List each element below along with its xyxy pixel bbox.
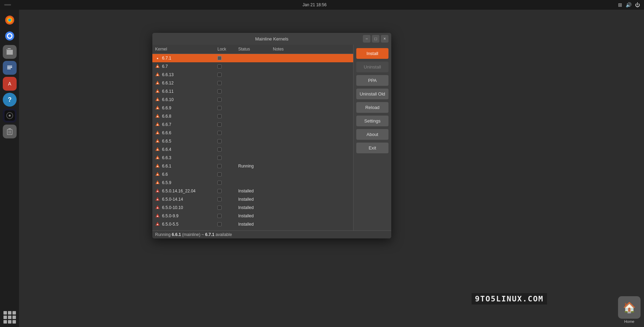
svg-point-35 <box>157 116 158 117</box>
home-icon[interactable]: 🏠 <box>618 296 641 319</box>
kernel-version-20: 6.5.0-5.5 <box>162 222 178 227</box>
sidebar-item-firefox[interactable] <box>3 13 17 27</box>
lock-checkbox-10[interactable] <box>217 139 222 143</box>
table-row[interactable]: 6.6.10 <box>152 96 353 104</box>
lock-checkbox-15[interactable] <box>217 181 222 185</box>
table-row[interactable]: 6.6.6 <box>152 129 353 137</box>
table-row[interactable]: 6.6.1 Running <box>152 162 353 170</box>
ppa-button[interactable]: PPA <box>356 75 388 86</box>
table-row[interactable]: 6.5.0-5.5 Installed <box>152 220 353 228</box>
table-row[interactable]: 6.6.9 <box>152 104 353 112</box>
lock-checkbox-12[interactable] <box>217 156 222 160</box>
sidebar-apps-grid[interactable] <box>3 311 16 324</box>
cell-lock-18[interactable] <box>215 206 235 210</box>
lock-checkbox-19[interactable] <box>217 214 222 218</box>
table-row[interactable]: 6.5.0-14.14 Installed <box>152 195 353 203</box>
kernel-icon-13 <box>155 163 160 169</box>
cell-kernel-4: 6.6.11 <box>152 89 215 94</box>
cell-lock-15[interactable] <box>215 181 235 185</box>
lock-checkbox-11[interactable] <box>217 147 222 152</box>
window-title: Mainline Kernels <box>255 36 288 42</box>
lock-checkbox-16[interactable] <box>217 189 222 193</box>
window-minimize-button[interactable]: − <box>363 35 370 43</box>
exit-button[interactable]: Exit <box>356 143 388 153</box>
cell-lock-4[interactable] <box>215 89 235 93</box>
power-icon[interactable]: ⏻ <box>635 2 640 8</box>
table-row[interactable]: 6.7.1 <box>152 54 353 62</box>
sidebar-item-writer[interactable] <box>3 61 17 75</box>
cell-lock-8[interactable] <box>215 122 235 127</box>
cell-lock-20[interactable] <box>215 222 235 226</box>
lock-checkbox-20[interactable] <box>217 222 222 226</box>
cell-lock-16[interactable] <box>215 189 235 193</box>
kernel-version-17: 6.5.0-14.14 <box>162 197 183 202</box>
window-maximize-button[interactable]: □ <box>372 35 379 43</box>
lock-checkbox-3[interactable] <box>217 81 222 85</box>
window-close-button[interactable]: × <box>381 35 388 43</box>
cell-lock-7[interactable] <box>215 114 235 118</box>
about-button[interactable]: About <box>356 129 388 140</box>
table-row[interactable]: 6.6.5 <box>152 137 353 145</box>
sidebar-item-chromium[interactable] <box>3 29 17 43</box>
cell-kernel-16: 6.5.0.14.16_22.04 <box>152 188 215 194</box>
uninstall-button[interactable]: Uninstall <box>356 62 388 72</box>
lock-checkbox-6[interactable] <box>217 106 222 110</box>
sidebar-item-appstore[interactable]: A <box>3 77 17 91</box>
lock-checkbox-14[interactable] <box>217 172 222 176</box>
reload-button[interactable]: Reload <box>356 102 388 113</box>
uninstall-old-button[interactable]: Uninstall Old <box>356 89 388 99</box>
cell-lock-11[interactable] <box>215 147 235 152</box>
table-row[interactable]: 6.5.0-9.9 Installed <box>152 212 353 220</box>
cell-lock-14[interactable] <box>215 172 235 176</box>
lock-checkbox-4[interactable] <box>217 89 222 93</box>
sidebar-item-files[interactable] <box>3 45 17 59</box>
table-row[interactable]: 6.6.11 <box>152 87 353 96</box>
lock-checkbox-17[interactable] <box>217 197 222 201</box>
lock-checkbox-18[interactable] <box>217 206 222 210</box>
network-icon[interactable]: ⊞ <box>618 2 622 8</box>
sidebar-item-blackmagic[interactable] <box>3 109 17 122</box>
cell-lock-13[interactable] <box>215 164 235 168</box>
cell-lock-10[interactable] <box>215 139 235 143</box>
cell-lock-17[interactable] <box>215 197 235 201</box>
table-row[interactable]: 6.5 <box>152 228 353 230</box>
lock-checkbox-1[interactable] <box>217 64 222 69</box>
cell-lock-12[interactable] <box>215 156 235 160</box>
table-row[interactable]: 6.7 <box>152 62 353 71</box>
lock-checkbox-7[interactable] <box>217 114 222 118</box>
table-row[interactable]: 6.6.4 <box>152 145 353 154</box>
lock-checkbox-2[interactable] <box>217 73 222 77</box>
cell-lock-0[interactable] <box>215 56 235 60</box>
table-row[interactable]: 6.6.3 <box>152 154 353 162</box>
volume-icon[interactable]: 🔊 <box>626 2 632 8</box>
table-row[interactable]: 6.6.13 <box>152 71 353 79</box>
cell-lock-2[interactable] <box>215 73 235 77</box>
lock-checkbox-5[interactable] <box>217 98 222 102</box>
lock-checkbox-0[interactable] <box>217 56 222 60</box>
cell-lock-3[interactable] <box>215 81 235 85</box>
lock-checkbox-9[interactable] <box>217 131 222 135</box>
table-row[interactable]: 6.5.9 <box>152 179 353 187</box>
kernel-icon-8 <box>155 122 160 128</box>
table-row[interactable]: 6.6 <box>152 170 353 179</box>
kernel-icon-6 <box>155 105 160 111</box>
cell-lock-9[interactable] <box>215 131 235 135</box>
settings-button[interactable]: Settings <box>356 116 388 126</box>
table-row[interactable]: 6.5.0-10.10 Installed <box>152 203 353 212</box>
sidebar-item-help[interactable]: ? <box>3 93 17 107</box>
cell-lock-19[interactable] <box>215 214 235 218</box>
cell-lock-5[interactable] <box>215 98 235 102</box>
table-row[interactable]: 6.5.0.14.16_22.04 Installed <box>152 187 353 195</box>
lock-checkbox-13[interactable] <box>217 164 222 168</box>
cell-lock-6[interactable] <box>215 106 235 110</box>
install-button[interactable]: Install <box>356 48 388 59</box>
sidebar-item-trash[interactable] <box>3 125 17 138</box>
kernel-icon-9 <box>155 130 160 136</box>
table-row[interactable]: 6.6.8 <box>152 112 353 120</box>
table-row[interactable]: 6.6.12 <box>152 79 353 87</box>
window-titlebar: Mainline Kernels − □ × <box>152 33 391 45</box>
home-icon-container[interactable]: 🏠 Home <box>618 296 641 324</box>
cell-lock-1[interactable] <box>215 64 235 69</box>
table-row[interactable]: 6.6.7 <box>152 120 353 129</box>
lock-checkbox-8[interactable] <box>217 122 222 127</box>
